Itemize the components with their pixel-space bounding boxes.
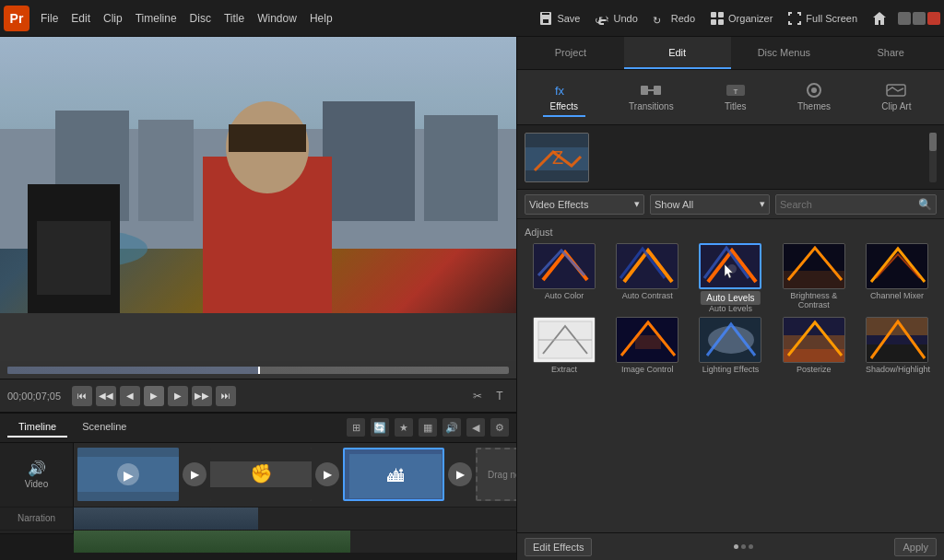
prev-frame-button[interactable]: ◀ xyxy=(120,386,140,406)
effect-auto-color[interactable]: Auto Color xyxy=(525,243,604,313)
go-to-start-button[interactable]: ⏮ xyxy=(72,386,92,406)
timeline-scrubber[interactable] xyxy=(7,367,509,374)
svg-text:🏙: 🏙 xyxy=(387,467,404,485)
menu-clip[interactable]: Clip xyxy=(98,8,128,29)
soundtrack-content[interactable] xyxy=(74,531,516,553)
step-back-button[interactable]: ◀◀ xyxy=(96,386,116,406)
video-track-label: 🔊 Video xyxy=(0,443,74,507)
apply-button[interactable]: Apply xyxy=(894,538,937,556)
effect-label-brightness-contrast: Brightness &Contrast xyxy=(790,291,837,309)
effect-label-shadow-highlight: Shadow/Highlight xyxy=(866,365,928,374)
svg-text:↻: ↻ xyxy=(653,15,661,26)
text-tool-button[interactable]: T xyxy=(490,387,509,405)
effect-image-control[interactable]: Image Control xyxy=(608,317,687,374)
tab-project[interactable]: Project xyxy=(517,37,624,69)
tab-timeline[interactable]: Timeline xyxy=(7,417,67,438)
clip-3[interactable]: 🏙 xyxy=(343,448,444,501)
redo-button[interactable]: ↻ Redo xyxy=(645,7,702,29)
edit-effects-button[interactable]: Edit Effects xyxy=(525,538,592,556)
effects-search-box[interactable]: 🔍 xyxy=(775,194,937,215)
effect-posterize[interactable]: Posterize xyxy=(774,317,854,374)
clip-strip[interactable] xyxy=(0,361,516,379)
effect-label-image-control: Image Control xyxy=(621,365,674,374)
transition-3[interactable]: ▶ xyxy=(448,462,472,486)
tl-tool-5[interactable]: 🔊 xyxy=(442,418,461,437)
effect-thumb-channel-mixer xyxy=(866,243,928,289)
tab-share[interactable]: Share xyxy=(837,37,944,69)
effect-extract[interactable]: Extract xyxy=(525,317,604,374)
menu-timeline[interactable]: Timeline xyxy=(130,8,183,29)
menu-edit[interactable]: Edit xyxy=(65,8,96,29)
subtab-titles[interactable]: T Titles xyxy=(717,78,754,117)
dot-1 xyxy=(734,544,738,549)
tab-sceneline[interactable]: Sceneline xyxy=(71,417,137,438)
effect-channel-mixer[interactable]: Channel Mixer xyxy=(857,243,937,313)
tl-tool-6[interactable]: ◀ xyxy=(466,418,485,437)
clip-drop-zone[interactable]: Drag next clip here xyxy=(476,448,516,501)
effect-label-auto-levels: Auto Levels xyxy=(709,304,752,313)
menu-bar: File Edit Clip Timeline Disc Title Windo… xyxy=(35,8,338,29)
effect-shadow-highlight[interactable]: Shadow/Highlight xyxy=(857,317,937,374)
undo-button[interactable]: ↺ Undo xyxy=(587,7,644,29)
home-button[interactable] xyxy=(865,7,894,29)
menu-help[interactable]: Help xyxy=(304,8,338,29)
themes-icon xyxy=(803,82,825,99)
dot-2 xyxy=(741,544,746,549)
organizer-button[interactable]: Organizer xyxy=(702,7,780,29)
filter-dropdown[interactable]: Show All ▾ xyxy=(650,194,770,215)
minimize-button[interactable] xyxy=(898,12,911,25)
clip-2[interactable]: ✊ xyxy=(210,448,312,501)
effect-brightness-contrast[interactable]: Brightness &Contrast xyxy=(774,243,854,313)
subtab-clipart[interactable]: Clip Art xyxy=(874,78,918,117)
subtab-transitions[interactable]: Transitions xyxy=(621,78,681,117)
menu-title[interactable]: Title xyxy=(218,8,250,29)
play-button[interactable]: ▶ xyxy=(144,386,164,406)
effect-auto-levels[interactable]: Auto Levels Auto Levels xyxy=(690,243,770,313)
titles-icon: T xyxy=(725,82,747,99)
fullscreen-button[interactable]: Full Screen xyxy=(780,7,865,29)
page-indicator xyxy=(734,544,753,549)
go-to-end-button[interactable]: ⏭ xyxy=(216,386,236,406)
timecode-display: 00;00;07;05 xyxy=(7,391,61,402)
effect-lighting-effects[interactable]: Lighting Effects xyxy=(690,317,770,374)
tl-tool-1[interactable]: ⊞ xyxy=(347,418,365,437)
narration-content[interactable] xyxy=(74,508,516,530)
tl-tool-7[interactable]: ⚙ xyxy=(490,418,509,437)
scissors-button[interactable]: ✂ xyxy=(468,387,487,405)
svg-rect-5 xyxy=(718,19,724,25)
effect-type-dropdown[interactable]: Video Effects ▾ xyxy=(525,194,644,215)
subtab-themes[interactable]: Themes xyxy=(790,78,838,117)
svg-text:fx: fx xyxy=(555,84,565,98)
effect-label-lighting-effects: Lighting Effects xyxy=(702,365,759,374)
tl-tool-3[interactable]: ★ xyxy=(395,418,413,437)
next-frame-button[interactable]: ▶ xyxy=(168,386,188,406)
clip-1[interactable]: ▶ xyxy=(77,448,179,501)
transitions-icon xyxy=(640,82,662,99)
played-region xyxy=(7,367,258,374)
restore-button[interactable] xyxy=(913,12,926,25)
menu-disc[interactable]: Disc xyxy=(184,8,217,29)
menu-file[interactable]: File xyxy=(35,8,64,29)
tl-tool-2[interactable]: 🔄 xyxy=(371,418,389,437)
effect-label-auto-contrast: Auto Contrast xyxy=(622,291,673,300)
close-button[interactable] xyxy=(927,12,940,25)
effect-thumb-lighting-effects xyxy=(699,317,761,363)
effect-thumb-image-control xyxy=(616,317,678,363)
playback-controls: 00;00;07;05 ⏮ ◀◀ ◀ ▶ ▶ ▶▶ ⏭ ✂ T xyxy=(0,379,516,411)
effect-auto-contrast[interactable]: Auto Contrast xyxy=(608,243,687,313)
effects-grid: Auto Color Auto Contrast xyxy=(525,243,937,374)
step-forward-button[interactable]: ▶▶ xyxy=(192,386,212,406)
svg-rect-32 xyxy=(641,86,648,95)
effects-search-input[interactable] xyxy=(780,199,918,210)
transition-2[interactable]: ▶ xyxy=(315,462,339,486)
tab-edit[interactable]: Edit xyxy=(624,37,731,69)
svg-rect-3 xyxy=(718,12,724,18)
transition-1[interactable]: ▶ xyxy=(183,462,206,486)
svg-rect-2 xyxy=(711,12,716,18)
subtab-effects[interactable]: fx Effects xyxy=(543,78,585,117)
save-button[interactable]: Save xyxy=(531,7,587,29)
tl-tool-4[interactable]: ▦ xyxy=(419,418,437,437)
menu-window[interactable]: Window xyxy=(252,8,302,29)
tab-disc-menus[interactable]: Disc Menus xyxy=(731,37,838,69)
playhead-marker xyxy=(258,367,260,374)
